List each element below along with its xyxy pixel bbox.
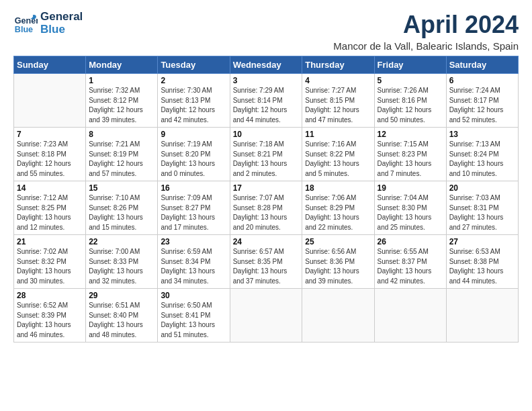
table-row: 11Sunrise: 7:16 AM Sunset: 8:22 PM Dayli… <box>302 128 374 181</box>
table-row: 19Sunrise: 7:04 AM Sunset: 8:30 PM Dayli… <box>374 181 446 235</box>
svg-text:Blue: Blue <box>15 24 33 34</box>
day-info: Sunrise: 7:04 AM Sunset: 8:30 PM Dayligh… <box>378 193 443 232</box>
calendar-week-row: 28Sunrise: 6:52 AM Sunset: 8:39 PM Dayli… <box>14 289 519 342</box>
table-row: 30Sunrise: 6:50 AM Sunset: 8:41 PM Dayli… <box>158 289 230 342</box>
day-number: 29 <box>89 291 154 300</box>
day-number: 10 <box>233 130 300 139</box>
header-wednesday: Wednesday <box>230 56 302 74</box>
table-row <box>446 289 518 342</box>
day-info: Sunrise: 7:07 AM Sunset: 8:28 PM Dayligh… <box>233 193 300 232</box>
day-info: Sunrise: 6:59 AM Sunset: 8:34 PM Dayligh… <box>161 247 226 286</box>
day-info: Sunrise: 7:24 AM Sunset: 8:17 PM Dayligh… <box>449 86 515 125</box>
day-info: Sunrise: 6:55 AM Sunset: 8:37 PM Dayligh… <box>378 247 443 286</box>
header-monday: Monday <box>86 56 158 74</box>
calendar-week-row: 14Sunrise: 7:12 AM Sunset: 8:25 PM Dayli… <box>14 181 519 235</box>
day-info: Sunrise: 6:57 AM Sunset: 8:35 PM Dayligh… <box>233 247 300 286</box>
logo-icon: General Blue <box>13 11 38 36</box>
day-info: Sunrise: 7:18 AM Sunset: 8:21 PM Dayligh… <box>233 140 300 179</box>
day-info: Sunrise: 6:52 AM Sunset: 8:39 PM Dayligh… <box>17 301 83 340</box>
day-number: 20 <box>449 183 515 193</box>
day-info: Sunrise: 7:12 AM Sunset: 8:25 PM Dayligh… <box>17 193 83 232</box>
table-row: 27Sunrise: 6:53 AM Sunset: 8:38 PM Dayli… <box>446 235 518 289</box>
table-row: 3Sunrise: 7:29 AM Sunset: 8:14 PM Daylig… <box>230 74 302 128</box>
table-row: 12Sunrise: 7:15 AM Sunset: 8:23 PM Dayli… <box>374 128 446 181</box>
table-row: 5Sunrise: 7:26 AM Sunset: 8:16 PM Daylig… <box>374 74 446 128</box>
table-row: 15Sunrise: 7:10 AM Sunset: 8:26 PM Dayli… <box>86 181 158 235</box>
day-number: 16 <box>161 183 226 193</box>
calendar-week-row: 1Sunrise: 7:32 AM Sunset: 8:12 PM Daylig… <box>14 74 519 128</box>
day-info: Sunrise: 7:21 AM Sunset: 8:19 PM Dayligh… <box>89 140 154 179</box>
table-row: 24Sunrise: 6:57 AM Sunset: 8:35 PM Dayli… <box>230 235 302 289</box>
day-number: 12 <box>378 130 443 139</box>
logo-general-text: General <box>40 11 83 24</box>
day-info: Sunrise: 6:56 AM Sunset: 8:36 PM Dayligh… <box>305 247 371 286</box>
table-row: 29Sunrise: 6:51 AM Sunset: 8:40 PM Dayli… <box>86 289 158 342</box>
day-info: Sunrise: 7:29 AM Sunset: 8:14 PM Dayligh… <box>233 86 300 125</box>
header-tuesday: Tuesday <box>158 56 230 74</box>
day-info: Sunrise: 7:15 AM Sunset: 8:23 PM Dayligh… <box>378 140 443 179</box>
main-title: April 2024 <box>333 11 519 39</box>
day-number: 21 <box>17 237 83 246</box>
table-row <box>230 289 302 342</box>
header-friday: Friday <box>374 56 446 74</box>
table-row: 26Sunrise: 6:55 AM Sunset: 8:37 PM Dayli… <box>374 235 446 289</box>
table-row: 21Sunrise: 7:02 AM Sunset: 8:32 PM Dayli… <box>14 235 86 289</box>
day-number: 6 <box>449 76 515 85</box>
table-row: 17Sunrise: 7:07 AM Sunset: 8:28 PM Dayli… <box>230 181 302 235</box>
table-row: 10Sunrise: 7:18 AM Sunset: 8:21 PM Dayli… <box>230 128 302 181</box>
day-info: Sunrise: 7:09 AM Sunset: 8:27 PM Dayligh… <box>161 193 226 232</box>
header-saturday: Saturday <box>446 56 518 74</box>
day-number: 23 <box>161 237 226 246</box>
day-info: Sunrise: 7:13 AM Sunset: 8:24 PM Dayligh… <box>449 140 515 179</box>
day-info: Sunrise: 7:32 AM Sunset: 8:12 PM Dayligh… <box>89 86 154 125</box>
day-info: Sunrise: 6:50 AM Sunset: 8:41 PM Dayligh… <box>161 301 226 340</box>
day-number: 18 <box>305 183 371 193</box>
calendar-page: General Blue General Blue April 2024 Man… <box>0 0 532 411</box>
logo-name: General Blue <box>40 11 83 36</box>
day-number: 25 <box>305 237 371 246</box>
subtitle: Mancor de la Vall, Balearic Islands, Spa… <box>333 40 519 52</box>
day-number: 8 <box>89 130 154 139</box>
table-row: 20Sunrise: 7:03 AM Sunset: 8:31 PM Dayli… <box>446 181 518 235</box>
day-info: Sunrise: 7:02 AM Sunset: 8:32 PM Dayligh… <box>17 247 83 286</box>
table-row: 4Sunrise: 7:27 AM Sunset: 8:15 PM Daylig… <box>302 74 374 128</box>
table-row: 25Sunrise: 6:56 AM Sunset: 8:36 PM Dayli… <box>302 235 374 289</box>
calendar-table: Sunday Monday Tuesday Wednesday Thursday… <box>13 56 519 342</box>
day-info: Sunrise: 7:19 AM Sunset: 8:20 PM Dayligh… <box>161 140 226 179</box>
table-row <box>302 289 374 342</box>
header-sunday: Sunday <box>14 56 86 74</box>
calendar-week-row: 21Sunrise: 7:02 AM Sunset: 8:32 PM Dayli… <box>14 235 519 289</box>
logo-blue-text: Blue <box>40 24 83 36</box>
day-number: 30 <box>161 291 226 300</box>
day-info: Sunrise: 7:10 AM Sunset: 8:26 PM Dayligh… <box>89 193 154 232</box>
day-info: Sunrise: 6:53 AM Sunset: 8:38 PM Dayligh… <box>449 247 515 286</box>
day-number: 26 <box>378 237 443 246</box>
day-number: 14 <box>17 183 83 193</box>
table-row: 16Sunrise: 7:09 AM Sunset: 8:27 PM Dayli… <box>158 181 230 235</box>
table-row <box>374 289 446 342</box>
day-info: Sunrise: 7:26 AM Sunset: 8:16 PM Dayligh… <box>378 86 443 125</box>
table-row: 13Sunrise: 7:13 AM Sunset: 8:24 PM Dayli… <box>446 128 518 181</box>
table-row: 2Sunrise: 7:30 AM Sunset: 8:13 PM Daylig… <box>158 74 230 128</box>
day-info: Sunrise: 6:51 AM Sunset: 8:40 PM Dayligh… <box>89 301 154 340</box>
day-number: 15 <box>89 183 154 193</box>
day-number: 19 <box>378 183 443 193</box>
day-info: Sunrise: 7:23 AM Sunset: 8:18 PM Dayligh… <box>17 140 83 179</box>
table-row <box>14 74 86 128</box>
table-row: 7Sunrise: 7:23 AM Sunset: 8:18 PM Daylig… <box>14 128 86 181</box>
day-number: 4 <box>305 76 371 85</box>
weekday-header-row: Sunday Monday Tuesday Wednesday Thursday… <box>14 56 519 74</box>
day-info: Sunrise: 7:00 AM Sunset: 8:33 PM Dayligh… <box>89 247 154 286</box>
table-row: 9Sunrise: 7:19 AM Sunset: 8:20 PM Daylig… <box>158 128 230 181</box>
logo: General Blue General Blue <box>13 11 83 36</box>
day-info: Sunrise: 7:16 AM Sunset: 8:22 PM Dayligh… <box>305 140 371 179</box>
day-number: 5 <box>378 76 443 85</box>
day-number: 1 <box>89 76 154 85</box>
day-number: 11 <box>305 130 371 139</box>
calendar-week-row: 7Sunrise: 7:23 AM Sunset: 8:18 PM Daylig… <box>14 128 519 181</box>
day-number: 2 <box>161 76 226 85</box>
table-row: 1Sunrise: 7:32 AM Sunset: 8:12 PM Daylig… <box>86 74 158 128</box>
table-row: 14Sunrise: 7:12 AM Sunset: 8:25 PM Dayli… <box>14 181 86 235</box>
day-number: 28 <box>17 291 83 300</box>
table-row: 22Sunrise: 7:00 AM Sunset: 8:33 PM Dayli… <box>86 235 158 289</box>
